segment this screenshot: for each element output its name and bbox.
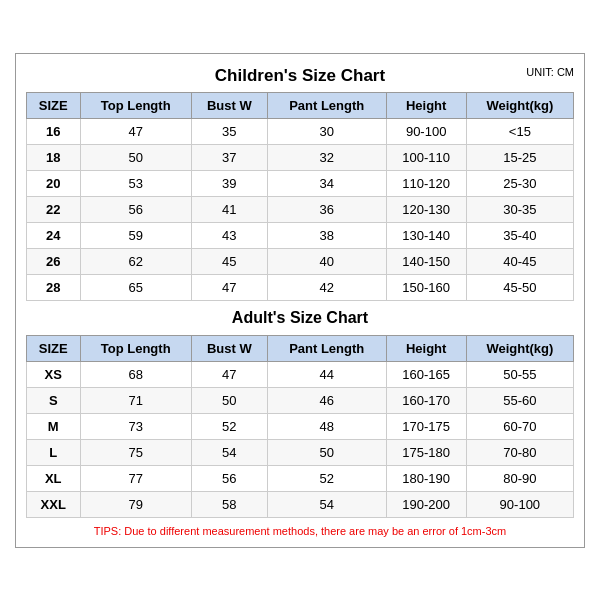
table-cell: 59 bbox=[80, 222, 191, 248]
table-cell: 22 bbox=[27, 196, 81, 222]
table-cell: 37 bbox=[191, 144, 267, 170]
table-row: 22564136120-13030-35 bbox=[27, 196, 574, 222]
table-cell: 54 bbox=[267, 491, 386, 517]
adults-size-table: SIZETop LengthBust WPant LengthHeightWei… bbox=[26, 335, 574, 518]
table-cell: 36 bbox=[267, 196, 386, 222]
table-cell: 140-150 bbox=[386, 248, 466, 274]
adults-header-cell: SIZE bbox=[27, 335, 81, 361]
table-cell: S bbox=[27, 387, 81, 413]
table-cell: 41 bbox=[191, 196, 267, 222]
table-row: XXL795854190-20090-100 bbox=[27, 491, 574, 517]
children-chart-title: Children's Size Chart UNIT: CM bbox=[26, 62, 574, 88]
children-title-text: Children's Size Chart bbox=[215, 66, 385, 85]
adults-header-cell: Top Length bbox=[80, 335, 191, 361]
table-cell: 26 bbox=[27, 248, 81, 274]
table-cell: 55-60 bbox=[466, 387, 573, 413]
table-cell: 130-140 bbox=[386, 222, 466, 248]
table-cell: 50 bbox=[191, 387, 267, 413]
table-cell: 50-55 bbox=[466, 361, 573, 387]
table-cell: 39 bbox=[191, 170, 267, 196]
table-cell: 175-180 bbox=[386, 439, 466, 465]
adults-table-header: SIZETop LengthBust WPant LengthHeightWei… bbox=[27, 335, 574, 361]
table-row: S715046160-17055-60 bbox=[27, 387, 574, 413]
table-cell: 47 bbox=[80, 118, 191, 144]
table-cell: 77 bbox=[80, 465, 191, 491]
table-cell: 62 bbox=[80, 248, 191, 274]
table-cell: 40-45 bbox=[466, 248, 573, 274]
table-cell: 110-120 bbox=[386, 170, 466, 196]
table-cell: 54 bbox=[191, 439, 267, 465]
children-header-cell: Pant Length bbox=[267, 92, 386, 118]
table-cell: 56 bbox=[80, 196, 191, 222]
table-cell: 47 bbox=[191, 274, 267, 300]
table-cell: 16 bbox=[27, 118, 81, 144]
table-cell: 35 bbox=[191, 118, 267, 144]
table-cell: XL bbox=[27, 465, 81, 491]
table-cell: 100-110 bbox=[386, 144, 466, 170]
table-cell: 58 bbox=[191, 491, 267, 517]
table-row: 24594338130-14035-40 bbox=[27, 222, 574, 248]
table-cell: 24 bbox=[27, 222, 81, 248]
table-cell: 79 bbox=[80, 491, 191, 517]
children-size-table: SIZETop LengthBust WPant LengthHeightWei… bbox=[26, 92, 574, 301]
table-cell: <15 bbox=[466, 118, 573, 144]
table-cell: 75 bbox=[80, 439, 191, 465]
children-header-cell: Bust W bbox=[191, 92, 267, 118]
table-cell: 45-50 bbox=[466, 274, 573, 300]
adults-chart-title: Adult's Size Chart bbox=[26, 301, 574, 331]
table-cell: 150-160 bbox=[386, 274, 466, 300]
table-cell: 65 bbox=[80, 274, 191, 300]
adults-header-cell: Height bbox=[386, 335, 466, 361]
table-cell: 44 bbox=[267, 361, 386, 387]
table-row: 1647353090-100<15 bbox=[27, 118, 574, 144]
table-cell: L bbox=[27, 439, 81, 465]
table-cell: 50 bbox=[267, 439, 386, 465]
table-row: M735248170-17560-70 bbox=[27, 413, 574, 439]
unit-label: UNIT: CM bbox=[526, 66, 574, 78]
table-cell: 50 bbox=[80, 144, 191, 170]
table-row: 28654742150-16045-50 bbox=[27, 274, 574, 300]
table-cell: 180-190 bbox=[386, 465, 466, 491]
table-cell: 90-100 bbox=[386, 118, 466, 144]
table-cell: 43 bbox=[191, 222, 267, 248]
table-row: 18503732100-11015-25 bbox=[27, 144, 574, 170]
table-cell: 46 bbox=[267, 387, 386, 413]
table-cell: 38 bbox=[267, 222, 386, 248]
table-row: XL775652180-19080-90 bbox=[27, 465, 574, 491]
table-cell: 53 bbox=[80, 170, 191, 196]
table-cell: 20 bbox=[27, 170, 81, 196]
adults-header-cell: Weight(kg) bbox=[466, 335, 573, 361]
table-row: 20533934110-12025-30 bbox=[27, 170, 574, 196]
table-cell: 30 bbox=[267, 118, 386, 144]
table-cell: 47 bbox=[191, 361, 267, 387]
table-cell: XXL bbox=[27, 491, 81, 517]
table-cell: M bbox=[27, 413, 81, 439]
table-cell: 34 bbox=[267, 170, 386, 196]
table-cell: 40 bbox=[267, 248, 386, 274]
table-cell: 25-30 bbox=[466, 170, 573, 196]
table-cell: 56 bbox=[191, 465, 267, 491]
table-cell: 60-70 bbox=[466, 413, 573, 439]
table-cell: 45 bbox=[191, 248, 267, 274]
children-header-cell: SIZE bbox=[27, 92, 81, 118]
adults-table-body: XS684744160-16550-55S715046160-17055-60M… bbox=[27, 361, 574, 517]
children-header-cell: Height bbox=[386, 92, 466, 118]
table-cell: 160-170 bbox=[386, 387, 466, 413]
children-header-cell: Weight(kg) bbox=[466, 92, 573, 118]
children-table-body: 1647353090-100<1518503732100-11015-25205… bbox=[27, 118, 574, 300]
table-cell: 52 bbox=[267, 465, 386, 491]
table-cell: XS bbox=[27, 361, 81, 387]
table-row: L755450175-18070-80 bbox=[27, 439, 574, 465]
table-cell: 15-25 bbox=[466, 144, 573, 170]
table-cell: 35-40 bbox=[466, 222, 573, 248]
size-chart-container: Children's Size Chart UNIT: CM SIZETop L… bbox=[15, 53, 585, 548]
table-cell: 32 bbox=[267, 144, 386, 170]
table-cell: 70-80 bbox=[466, 439, 573, 465]
table-cell: 30-35 bbox=[466, 196, 573, 222]
children-table-header: SIZETop LengthBust WPant LengthHeightWei… bbox=[27, 92, 574, 118]
table-cell: 42 bbox=[267, 274, 386, 300]
children-header-cell: Top Length bbox=[80, 92, 191, 118]
table-cell: 48 bbox=[267, 413, 386, 439]
adults-header-cell: Bust W bbox=[191, 335, 267, 361]
table-cell: 160-165 bbox=[386, 361, 466, 387]
